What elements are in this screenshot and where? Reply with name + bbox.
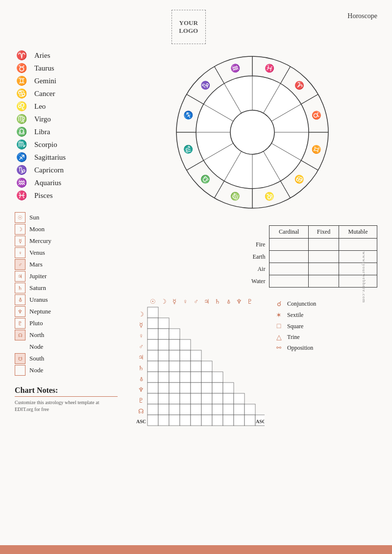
svg-text:♎: ♎	[198, 172, 212, 186]
svg-rect-90	[212, 404, 223, 415]
astrology-wheel: ♓ ♈ ♉ ♊ ♋ ♌ ♍ ♎ ♏ ♐ ♑ ♒	[174, 54, 331, 211]
air-fixed	[309, 263, 339, 275]
square-legend: □ Square	[274, 322, 316, 330]
planet-name: South	[29, 355, 44, 362]
svg-rect-97	[180, 415, 191, 426]
list-item: Node	[15, 341, 118, 353]
uranus-icon-box: ⛢	[15, 294, 25, 305]
moon-col-label: ☽	[161, 298, 167, 305]
modality-empty-header	[240, 226, 270, 239]
aspect-section: ☉ ☽ ☿ ♀ ♂ ♃ ♄ ⛢ ♆ ♇ ☽ ☿ ♀ ♂	[127, 295, 377, 437]
jupiter-col-label: ♃	[204, 298, 210, 305]
opposition-label: Opposition	[287, 344, 313, 352]
left-column: ♈Aries ♉Taurus ♊Gemini ♋Cancer ♌Leo ♍Vir…	[15, 49, 118, 437]
mercury-row-label: ☿	[139, 321, 143, 329]
asc-right-label: ASC	[256, 419, 265, 424]
svg-rect-62	[169, 372, 180, 383]
svg-rect-92	[234, 404, 245, 415]
list-item: ☊ North	[15, 329, 118, 341]
logo-text: YOUR LOGO	[179, 19, 198, 34]
svg-rect-45	[147, 339, 158, 350]
svg-rect-67	[147, 383, 158, 393]
aspect-grid: ☉ ☽ ☿ ♀ ♂ ♃ ♄ ⛢ ♆ ♇ ☽ ☿ ♀ ♂	[127, 295, 265, 437]
svg-rect-54	[147, 361, 158, 372]
mars-icon: ♂	[18, 262, 22, 267]
svg-rect-63	[180, 372, 191, 383]
svg-rect-59	[201, 361, 212, 372]
chart-notes-label: Chart Notes:	[15, 386, 118, 397]
neptune-row-label: ♆	[138, 386, 144, 393]
svg-text:♊: ♊	[311, 144, 322, 155]
modality-mutable-header: Mutable	[339, 226, 377, 239]
jupiter-row-label: ♃	[138, 354, 144, 361]
svg-rect-80	[201, 393, 212, 404]
wheel-container: ♓ ♈ ♉ ♊ ♋ ♌ ♍ ♎ ♏ ♐ ♑ ♒	[127, 49, 377, 216]
list-item: ☋ South	[15, 353, 118, 364]
cancer-symbol: ♋	[15, 88, 28, 99]
svg-rect-53	[191, 350, 201, 361]
list-item: ♆ Neptune	[15, 306, 118, 317]
planet-name: Moon	[29, 225, 45, 233]
list-item: ♐Sagittarius	[15, 151, 118, 164]
svg-rect-60	[147, 372, 158, 383]
svg-rect-103	[245, 415, 255, 426]
aspect-legend: ☌ Conjunction ✶ Sextile □ Square △ Trine	[274, 295, 316, 352]
south-node-label-box	[15, 365, 25, 376]
planet-name: Neptune	[29, 308, 51, 315]
fire-cardinal	[270, 239, 309, 251]
zodiac-name: Pisces	[34, 192, 53, 200]
svg-text:♏: ♏	[182, 144, 194, 155]
taurus-symbol: ♉	[15, 63, 28, 73]
svg-rect-72	[201, 383, 212, 393]
svg-rect-91	[223, 404, 234, 415]
svg-rect-93	[245, 404, 255, 415]
saturn-icon: ♄	[18, 285, 23, 291]
water-fixed	[309, 275, 339, 288]
fire-mutable	[339, 239, 377, 251]
svg-text:♌: ♌	[264, 191, 275, 202]
svg-rect-58	[191, 361, 201, 372]
saturn-icon-box: ♄	[15, 283, 25, 293]
conjunction-label: Conjunction	[287, 300, 316, 308]
svg-rect-82	[223, 393, 234, 404]
list-item: ♌Leo	[15, 100, 118, 113]
svg-text:♓: ♓	[264, 62, 275, 74]
mars-col-label: ♂	[194, 298, 198, 305]
list-item: ♀ Venus	[15, 247, 118, 259]
footer-bar	[0, 545, 392, 554]
svg-rect-94	[147, 415, 158, 426]
svg-rect-69	[169, 383, 180, 393]
aquarius-symbol: ♒	[15, 177, 28, 188]
virgo-symbol: ♍	[15, 114, 28, 124]
trine-icon: △	[274, 333, 283, 341]
table-row: Fire	[240, 239, 377, 251]
svg-rect-71	[191, 383, 201, 393]
venus-icon-box: ♀	[15, 247, 25, 258]
svg-rect-40	[147, 318, 158, 329]
svg-rect-99	[201, 415, 212, 426]
header: YOUR LOGO Horoscope	[15, 10, 377, 44]
venus-col-label: ♀	[183, 298, 188, 305]
svg-rect-66	[212, 372, 223, 383]
svg-rect-83	[234, 393, 245, 404]
svg-rect-102	[234, 415, 245, 426]
svg-rect-55	[158, 361, 169, 372]
sun-icon: ☉	[18, 215, 23, 221]
planet-name: Node	[29, 343, 43, 351]
list-item: ☿ Mercury	[15, 235, 118, 247]
square-label: Square	[287, 323, 303, 330]
modality-table: Cardinal Fixed Mutable Fire	[240, 225, 377, 288]
square-icon: □	[274, 322, 283, 330]
sextile-label: Sextile	[287, 312, 303, 319]
earth-cardinal	[270, 251, 309, 263]
planet-name: Saturn	[29, 284, 46, 292]
svg-rect-79	[191, 393, 201, 404]
northnode-row-label: ☊	[138, 408, 144, 415]
svg-rect-76	[158, 393, 169, 404]
svg-rect-100	[212, 415, 223, 426]
uranus-row-label: ⛢	[140, 377, 143, 382]
sextile-icon: ✶	[274, 311, 283, 319]
list-item: ♑Capricorn	[15, 164, 118, 176]
list-item: ☽ Moon	[15, 223, 118, 235]
planet-name: Sun	[29, 214, 39, 221]
